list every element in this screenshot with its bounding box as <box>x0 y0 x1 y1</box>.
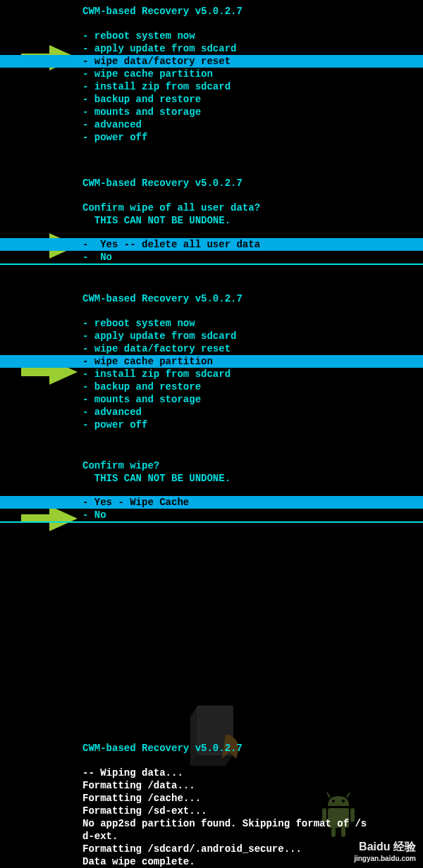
menu-item-wipe-cache[interactable]: - wipe cache partition <box>82 68 423 80</box>
menu-item-apply-update[interactable]: - apply update from sdcard <box>82 330 423 342</box>
menu-item-mounts[interactable]: - mounts and storage <box>82 106 423 118</box>
confirm-prompt: Confirm wipe? <box>82 459 423 472</box>
confirm-warning: THIS CAN NOT BE UNDONE. <box>82 214 423 227</box>
menu-item-install-zip[interactable]: - install zip from sdcard <box>82 80 423 93</box>
watermark-url: jingyan.baidu.com <box>354 855 416 862</box>
recovery-title: CWM-based Recovery v5.0.2.7 <box>82 293 423 304</box>
recovery-menu-1: CWM-based Recovery v5.0.2.7 - reboot sys… <box>0 0 423 144</box>
menu-item-mounts[interactable]: - mounts and storage <box>82 393 423 406</box>
menu-item-advanced[interactable]: - advanced <box>82 406 423 418</box>
log-line: No app2sd partition found. Skipping form… <box>82 817 423 830</box>
divider <box>0 264 423 265</box>
recovery-title: CWM-based Recovery v5.0.2.7 <box>82 178 423 189</box>
divider <box>0 521 423 523</box>
confirm-no[interactable]: - No <box>82 251 423 264</box>
menu-item-install-zip[interactable]: - install zip from sdcard <box>82 368 423 380</box>
confirm-yes[interactable]: - Yes -- delete all user data <box>0 238 423 251</box>
menu-item-reboot[interactable]: - reboot system now <box>82 30 423 42</box>
menu-item-backup[interactable]: - backup and restore <box>82 380 423 393</box>
menu-item-wipe-data[interactable]: - wipe data/factory reset <box>82 342 423 355</box>
menu-item-reboot[interactable]: - reboot system now <box>82 317 423 330</box>
menu-item-backup[interactable]: - backup and restore <box>82 93 423 106</box>
confirm-prompt: Confirm wipe of all user data? <box>82 202 423 214</box>
confirm-wipe-cache: Confirm wipe? THIS CAN NOT BE UNDONE. - … <box>0 454 423 523</box>
recovery-title: CWM-based Recovery v5.0.2.7 <box>82 743 423 754</box>
menu-item-advanced[interactable]: - advanced <box>82 118 423 131</box>
watermark-logo: Baidu 经验 <box>354 840 416 855</box>
watermark: Baidu 经验 jingyan.baidu.com <box>354 840 416 862</box>
confirm-warning: THIS CAN NOT BE UNDONE. <box>82 472 423 485</box>
menu-item-wipe-cache[interactable]: - wipe cache partition <box>0 355 423 368</box>
recovery-title: CWM-based Recovery v5.0.2.7 <box>82 6 423 17</box>
confirm-yes[interactable]: - Yes - Wipe Cache <box>0 496 423 509</box>
confirm-no[interactable]: - No <box>82 509 423 521</box>
menu-item-power-off[interactable]: - power off <box>82 131 423 144</box>
confirm-wipe-data: CWM-based Recovery v5.0.2.7 Confirm wipe… <box>0 172 423 265</box>
recovery-menu-2: CWM-based Recovery v5.0.2.7 - reboot sys… <box>0 287 423 431</box>
log-line: -- Wiping data... <box>82 767 423 779</box>
menu-item-power-off[interactable]: - power off <box>82 418 423 431</box>
log-line: Formatting /data... <box>82 779 423 792</box>
log-line: Formatting /cache... <box>82 792 423 805</box>
menu-item-wipe-data[interactable]: - wipe data/factory reset <box>0 55 423 68</box>
log-line: Formatting /sd-ext... <box>82 805 423 817</box>
menu-item-apply-update[interactable]: - apply update from sdcard <box>82 42 423 55</box>
